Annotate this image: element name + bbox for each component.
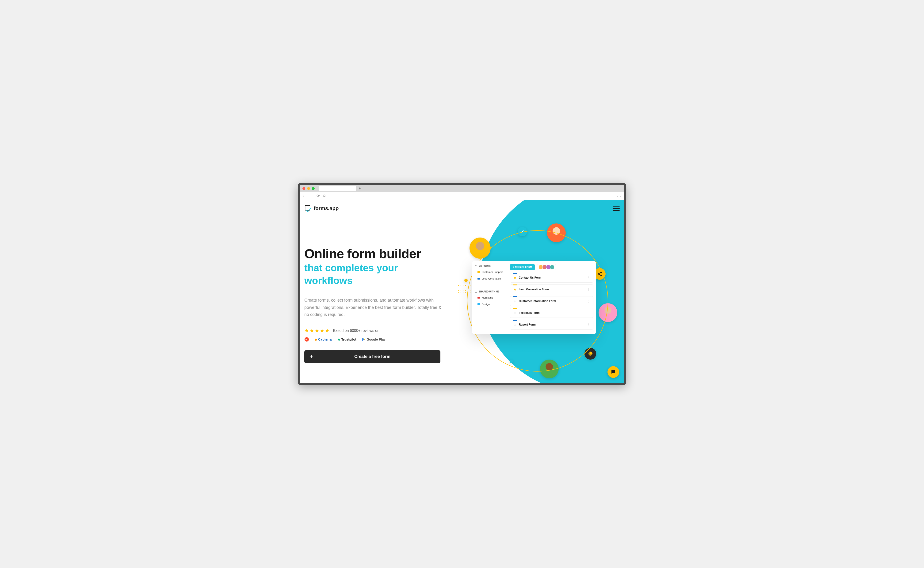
folder-icon (478, 303, 480, 305)
create-form-button[interactable]: + CREATE FORM (510, 264, 535, 270)
brand-capterra[interactable]: ◆Capterra (315, 337, 332, 341)
form-row[interactable]: ☆Customer Information Form⋮ (510, 296, 593, 306)
browser-window: + ← → ⟳ ⋯ forms.app Online form builder … (298, 183, 626, 385)
sidebar-folder[interactable]: Marketing (472, 294, 507, 301)
brand-trustpilot[interactable]: ★Trustpilot (338, 337, 356, 341)
hero-title-secondary: that completes your workflows (304, 262, 445, 287)
row-color-bar (513, 284, 517, 286)
avatar-bubble (469, 237, 491, 259)
brand-google-play[interactable]: Google Play (362, 337, 386, 341)
form-row[interactable]: ☆Report Form⋮ (510, 320, 593, 329)
form-title: Contact Us Form (519, 276, 541, 279)
svg-point-8 (598, 273, 599, 275)
rating-row: ★ ★ ★ ★ ★ Based on 6000+ reviews on (304, 328, 445, 334)
svg-rect-10 (475, 291, 477, 292)
plus-icon: + (310, 354, 313, 360)
svg-line-1 (325, 196, 326, 197)
pencil-icon (520, 230, 524, 234)
row-color-bar (513, 320, 517, 320)
titlebar: + (300, 185, 624, 192)
star-icon[interactable]: ★ (513, 276, 516, 279)
sidebar-folder[interactable]: Design (472, 301, 507, 307)
reload-button[interactable]: ⟳ (317, 193, 320, 198)
browser-tab[interactable] (319, 186, 356, 191)
hero-section: Online form builder that completes your … (304, 247, 445, 363)
row-more-button[interactable]: ⋮ (586, 287, 590, 291)
sidebar-folder[interactable]: Lead Generation (472, 275, 507, 282)
chat-widget-button[interactable] (607, 366, 619, 378)
logo-text: forms.app (314, 205, 339, 211)
g2-icon: G² (304, 337, 309, 342)
folder-icon (478, 271, 480, 273)
row-more-button[interactable]: ⋮ (586, 276, 590, 279)
form-row[interactable]: ★Contact Us Form⋮ (510, 273, 593, 282)
svg-point-0 (323, 195, 325, 196)
collaborator-avatars (537, 264, 556, 270)
svg-point-9 (600, 275, 602, 276)
chat-icon (610, 369, 616, 375)
new-tab-button[interactable]: + (358, 187, 362, 190)
menu-button[interactable] (613, 206, 620, 211)
create-free-form-button[interactable]: + Create a free form (304, 350, 440, 363)
play-icon (362, 337, 366, 341)
share-icon (597, 271, 602, 276)
form-title: Lead Generation Form (519, 288, 549, 291)
star-icon: ★ (320, 328, 324, 334)
form-title: Feedback Form (519, 311, 540, 314)
brand-g2[interactable]: G² (304, 337, 309, 342)
tab-strip: + (319, 186, 362, 191)
minimize-window-button[interactable] (307, 187, 310, 190)
close-window-button[interactable] (303, 187, 305, 190)
star-icon[interactable]: ★ (513, 287, 516, 291)
avatar-bubble (540, 360, 559, 378)
back-button[interactable]: ← (303, 194, 306, 198)
site-header: forms.app (304, 205, 620, 212)
orbit-dot (509, 360, 513, 363)
row-more-button[interactable]: ⋮ (586, 311, 590, 315)
logo[interactable]: forms.app (304, 205, 339, 212)
dot-pattern (457, 284, 471, 296)
star-icon: ★ (325, 328, 330, 334)
app-preview-card: MY FORMS Customer SupportLead Generation… (472, 261, 596, 334)
row-color-bar (513, 308, 517, 309)
browser-menu-button[interactable]: ⋯ (617, 193, 621, 199)
edit-bubble (518, 227, 527, 236)
orbit-dot (464, 279, 467, 282)
row-more-button[interactable]: ⋮ (586, 299, 590, 303)
chart-bubble (585, 348, 596, 360)
window-controls (303, 187, 315, 190)
sidebar-heading-my-forms: MY FORMS (472, 263, 507, 269)
browser-toolbar: ← → ⟳ ⋯ (300, 192, 624, 200)
hero-description: Create forms, collect form submissions, … (304, 297, 445, 318)
form-title: Report Form (519, 323, 536, 326)
logo-icon (304, 205, 312, 212)
hero-title-primary: Online form builder (304, 247, 445, 261)
star-rating: ★ ★ ★ ★ ★ (304, 328, 330, 334)
sidebar-heading-shared: SHARED WITH ME (472, 289, 507, 294)
address-bar[interactable] (323, 193, 613, 199)
rating-text: Based on 6000+ reviews on (333, 329, 380, 333)
row-color-bar (513, 296, 517, 297)
search-icon (323, 194, 326, 198)
form-row[interactable]: ★Lead Generation Form⋮ (510, 284, 593, 294)
sidebar-folder[interactable]: Customer Support (472, 269, 507, 275)
svg-point-7 (600, 272, 602, 273)
star-icon[interactable]: ☆ (513, 311, 516, 315)
avatar-bubble (598, 303, 617, 322)
row-more-button[interactable]: ⋮ (586, 323, 590, 326)
star-icon[interactable]: ☆ (513, 299, 516, 303)
star-icon: ★ (304, 328, 309, 334)
maximize-window-button[interactable] (312, 187, 315, 190)
star-icon[interactable]: ☆ (513, 323, 516, 326)
svg-text:G²: G² (306, 338, 308, 341)
preview-main: + CREATE FORM ★Contact Us Form⋮★Lead Gen… (507, 261, 596, 334)
avatar (550, 265, 555, 269)
forward-button: → (309, 194, 313, 198)
plus-icon: + (512, 266, 514, 269)
preview-header: + CREATE FORM (510, 264, 593, 270)
svg-rect-2 (305, 205, 310, 210)
form-row[interactable]: ☆Feedback Form⋮ (510, 308, 593, 318)
folder-icon (478, 278, 480, 279)
folder-open-icon (475, 265, 477, 267)
star-icon: ★ (315, 328, 320, 334)
